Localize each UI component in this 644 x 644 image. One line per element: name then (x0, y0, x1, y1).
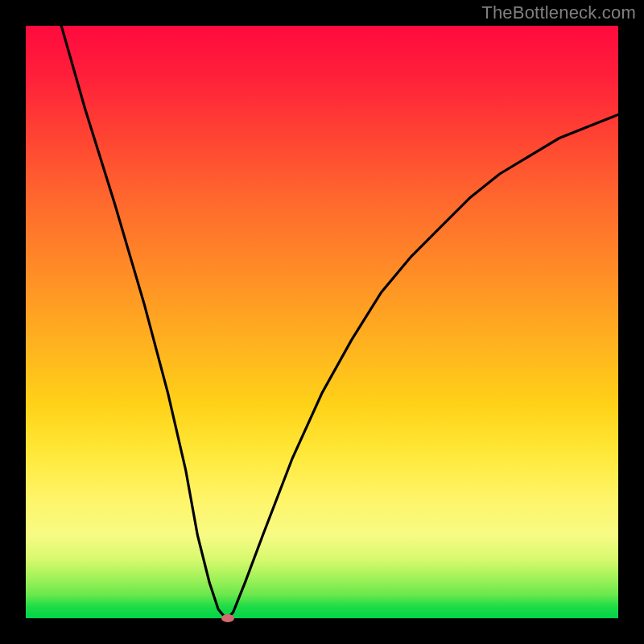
watermark-text: TheBottleneck.com (481, 2, 636, 23)
bottleneck-curve (26, 26, 618, 618)
chart-frame (26, 26, 618, 618)
optimal-point-marker (221, 614, 234, 622)
